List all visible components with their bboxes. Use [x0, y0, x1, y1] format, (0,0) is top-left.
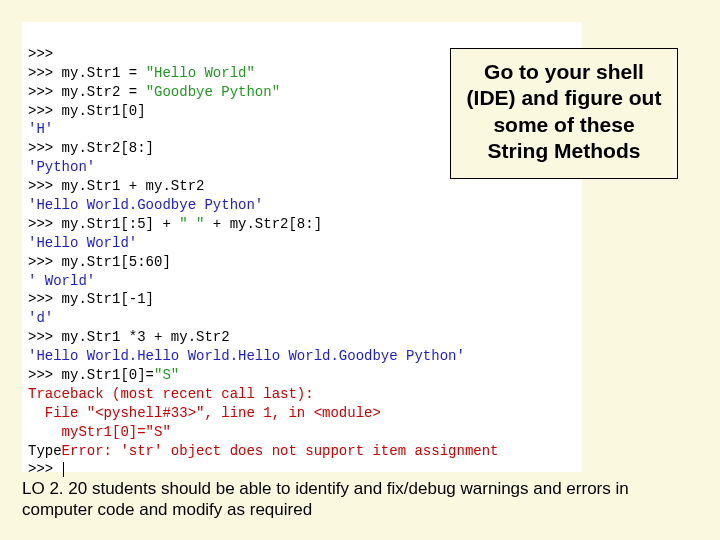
output: 'd': [28, 310, 53, 326]
output: 'Hello World.Goodbye Python': [28, 197, 263, 213]
prompt: >>>: [28, 367, 62, 383]
code-text: my.Str1 *3 + my.Str2: [62, 329, 230, 345]
code-text: my.Str1[5:60]: [62, 254, 171, 270]
code-text: my.Str1[0]=: [62, 367, 154, 383]
prompt: >>>: [28, 291, 62, 307]
cursor-icon: [63, 462, 64, 477]
prompt: >>>: [28, 329, 62, 345]
output: 'H': [28, 121, 53, 137]
string-literal: "S": [154, 367, 179, 383]
error-line: myStr1[0]="S": [28, 424, 171, 440]
prompt: >>>: [28, 461, 62, 477]
string-literal: "Goodbye Python": [146, 84, 280, 100]
prompt: >>>: [28, 140, 62, 156]
prompt: >>>: [28, 65, 62, 81]
output: 'Python': [28, 159, 95, 175]
callout-line: Go to your shell: [459, 59, 669, 85]
callout-line: String Methods: [459, 138, 669, 164]
error-line: File "<pyshell#33>", line 1, in <module>: [28, 405, 381, 421]
code-text: my.Str1 + my.Str2: [62, 178, 205, 194]
error-line: Error: 'str' object does not support ite…: [62, 443, 499, 459]
code-text: my.Str1[0]: [62, 103, 146, 119]
code-text: + my.Str2[8:]: [204, 216, 322, 232]
prompt: >>>: [28, 84, 62, 100]
footer-text: LO 2. 20 students should be able to iden…: [22, 479, 629, 518]
callout-line: some of these: [459, 112, 669, 138]
learning-objective-footer: LO 2. 20 students should be able to iden…: [22, 479, 698, 520]
error-line: Type: [28, 443, 62, 459]
output: 'Hello World': [28, 235, 137, 251]
code-text: my.Str2 =: [62, 84, 146, 100]
string-literal: " ": [179, 216, 204, 232]
output: ' World': [28, 273, 95, 289]
prompt: >>>: [28, 254, 62, 270]
output: 'Hello World.Hello World.Hello World.Goo…: [28, 348, 465, 364]
callout-line: (IDE) and figure out: [459, 85, 669, 111]
prompt: >>>: [28, 46, 62, 62]
string-literal: "Hello World": [146, 65, 255, 81]
code-text: my.Str2[8:]: [62, 140, 154, 156]
instruction-callout: Go to your shell (IDE) and figure out so…: [450, 48, 678, 179]
code-text: my.Str1[:5] +: [62, 216, 180, 232]
prompt: >>>: [28, 103, 62, 119]
error-line: Traceback (most recent call last):: [28, 386, 314, 402]
prompt: >>>: [28, 178, 62, 194]
code-text: my.Str1[-1]: [62, 291, 154, 307]
prompt: >>>: [28, 216, 62, 232]
code-text: my.Str1 =: [62, 65, 146, 81]
